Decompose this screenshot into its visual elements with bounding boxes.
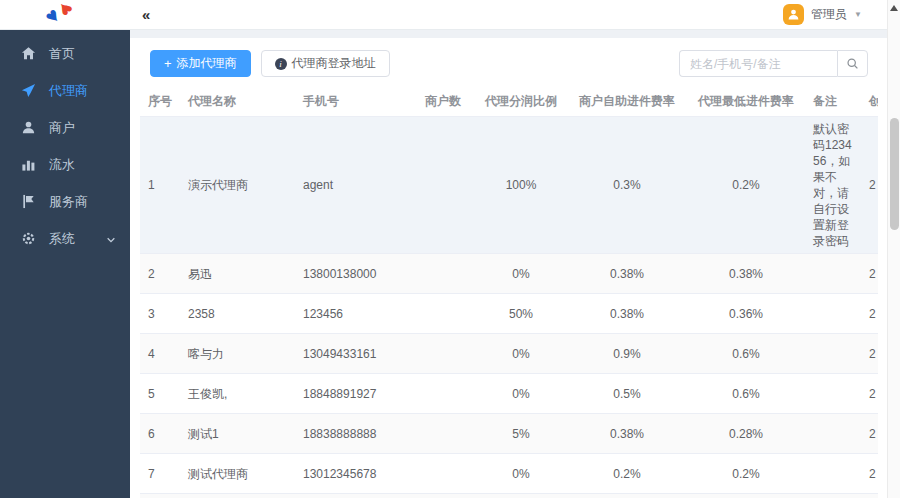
scrollbar[interactable] xyxy=(887,0,900,498)
cell-8-3 xyxy=(417,494,475,498)
sidebar-item-5[interactable]: 系统 xyxy=(0,220,130,257)
cell-2-1: 易迅 xyxy=(180,254,295,294)
column-header-7: 备注 xyxy=(805,87,861,117)
cell-8-6: 0.25% xyxy=(687,494,805,498)
cell-6-2: 18838888888 xyxy=(295,414,417,454)
cell-3-6: 0.36% xyxy=(687,294,805,334)
cell-1-5: 0.3% xyxy=(567,117,687,254)
table-row-1[interactable]: 1演示代理商agent100%0.3%0.2%默认密码123456，如果不对，请… xyxy=(140,117,878,254)
cell-3-1: 2358 xyxy=(180,294,295,334)
flag-icon xyxy=(21,194,36,209)
cell-6-3 xyxy=(417,414,475,454)
sidebar: 首页代理商商户流水服务商系统 xyxy=(0,30,130,498)
cell-8-8: 2 xyxy=(861,494,878,498)
cell-2-0: 2 xyxy=(140,254,180,294)
cell-6-7 xyxy=(805,414,861,454)
toolbar: 添加代理商 代理商登录地址 xyxy=(130,38,900,87)
search-icon xyxy=(846,57,859,70)
cell-7-2: 13012345678 xyxy=(295,454,417,494)
cell-1-6: 0.2% xyxy=(687,117,805,254)
cell-3-8: 2 xyxy=(861,294,878,334)
column-header-1: 代理名称 xyxy=(180,87,295,117)
cell-4-6: 0.6% xyxy=(687,334,805,374)
cell-7-6: 0.2% xyxy=(687,454,805,494)
gear-icon xyxy=(21,231,36,246)
agent-login-address-button[interactable]: 代理商登录地址 xyxy=(261,50,390,77)
cell-5-0: 5 xyxy=(140,374,180,414)
avatar xyxy=(783,4,804,25)
cell-2-5: 0.38% xyxy=(567,254,687,294)
cell-4-3 xyxy=(417,334,475,374)
cell-1-4: 100% xyxy=(475,117,567,254)
chart-icon xyxy=(21,157,36,172)
user-icon xyxy=(21,120,36,135)
cell-5-3 xyxy=(417,374,475,414)
cell-2-4: 0% xyxy=(475,254,567,294)
sidebar-item-4[interactable]: 服务商 xyxy=(0,183,130,220)
sidebar-collapse-icon[interactable] xyxy=(142,6,148,23)
cell-1-3 xyxy=(417,117,475,254)
cell-5-2: 18848891927 xyxy=(295,374,417,414)
column-header-0: 序号 xyxy=(140,87,180,117)
cell-6-4: 5% xyxy=(475,414,567,454)
logo: ♥ ♥ xyxy=(0,0,130,30)
scrollbar-thumb[interactable] xyxy=(890,118,899,230)
search-input[interactable] xyxy=(679,50,837,77)
cell-6-1: 测试1 xyxy=(180,414,295,454)
cell-8-4: 0% xyxy=(475,494,567,498)
column-header-8: 创建时间 xyxy=(861,87,878,117)
sidebar-item-0[interactable]: 首页 xyxy=(0,35,130,72)
table-row-6[interactable]: 6测试1188388888885%0.38%0.28%2 xyxy=(140,414,878,454)
cell-6-6: 0.28% xyxy=(687,414,805,454)
sidebar-item-2[interactable]: 商户 xyxy=(0,109,130,146)
user-menu[interactable]: 管理员 xyxy=(783,4,862,25)
search-button[interactable] xyxy=(837,50,868,77)
cell-6-5: 0.38% xyxy=(567,414,687,454)
table-row-8[interactable]: 8哦哦1234567890%0.5%0.25%2 xyxy=(140,494,878,498)
cell-5-6: 0.6% xyxy=(687,374,805,414)
cell-3-3 xyxy=(417,294,475,334)
cell-1-2: agent xyxy=(295,117,417,254)
username: 管理员 xyxy=(811,6,847,23)
sidebar-item-label: 商户 xyxy=(49,119,75,137)
cell-4-0: 4 xyxy=(140,334,180,374)
cell-7-5: 0.2% xyxy=(567,454,687,494)
cell-2-8: 2 xyxy=(861,254,878,294)
sidebar-item-label: 首页 xyxy=(49,45,75,63)
cell-3-4: 50% xyxy=(475,294,567,334)
cell-8-7 xyxy=(805,494,861,498)
cell-8-1: 哦哦 xyxy=(180,494,295,498)
cell-8-5: 0.5% xyxy=(567,494,687,498)
user-icon xyxy=(787,8,800,21)
table-body: 1演示代理商agent100%0.3%0.2%默认密码123456，如果不对，请… xyxy=(140,117,878,498)
table-row-3[interactable]: 3235812345650%0.38%0.36%2 xyxy=(140,294,878,334)
cell-1-8: 2 xyxy=(861,117,878,254)
cell-3-2: 123456 xyxy=(295,294,417,334)
column-header-6: 代理最低进件费率 xyxy=(687,87,805,117)
column-header-3: 商户数 xyxy=(417,87,475,117)
cell-4-7 xyxy=(805,334,861,374)
cell-4-8: 2 xyxy=(861,334,878,374)
cell-6-0: 6 xyxy=(140,414,180,454)
sidebar-item-3[interactable]: 流水 xyxy=(0,146,130,183)
agents-table: 序号代理名称手机号商户数代理分润比例商户自助进件费率代理最低进件费率备注创建时间… xyxy=(140,87,878,498)
topbar: ♥ ♥ 管理员 xyxy=(0,0,900,30)
table-row-7[interactable]: 7测试代理商130123456780%0.2%0.2%2 xyxy=(140,454,878,494)
table-row-2[interactable]: 2易迅138001380000%0.38%0.38%2 xyxy=(140,254,878,294)
cell-5-1: 王俊凯, xyxy=(180,374,295,414)
sidebar-item-1[interactable]: 代理商 xyxy=(0,72,130,109)
sidebar-item-label: 流水 xyxy=(49,156,75,174)
cell-4-5: 0.9% xyxy=(567,334,687,374)
scrollbar-up-icon[interactable] xyxy=(890,5,898,11)
table-row-5[interactable]: 5王俊凯,188488919270%0.5%0.6%2 xyxy=(140,374,878,414)
cell-7-4: 0% xyxy=(475,454,567,494)
plus-icon xyxy=(164,56,172,71)
content-divider xyxy=(130,30,900,38)
cell-3-0: 3 xyxy=(140,294,180,334)
sidebar-item-label: 系统 xyxy=(49,230,75,248)
main-content: 添加代理商 代理商登录地址 序号代理名称手机号商户数代理分润比例商户自助进件费率… xyxy=(130,30,900,498)
add-agent-button[interactable]: 添加代理商 xyxy=(150,50,251,77)
agents-table-wrap: 序号代理名称手机号商户数代理分润比例商户自助进件费率代理最低进件费率备注创建时间… xyxy=(140,87,878,498)
cell-3-5: 0.38% xyxy=(567,294,687,334)
table-row-4[interactable]: 4喀与力130494331610%0.9%0.6%2 xyxy=(140,334,878,374)
